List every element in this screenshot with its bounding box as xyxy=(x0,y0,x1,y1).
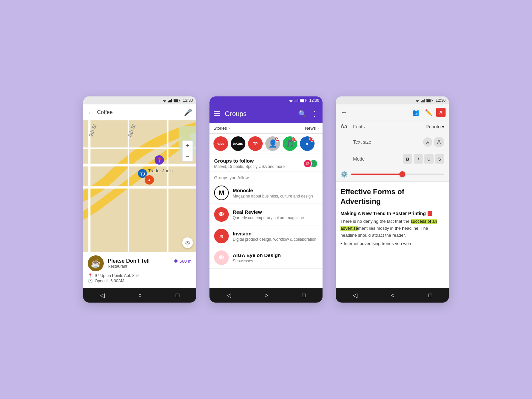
edit-button[interactable]: ✏️ xyxy=(424,107,434,117)
wifi-icon-2 xyxy=(289,99,293,102)
fonts-value[interactable]: Roboto ▾ xyxy=(426,124,444,129)
menu-button[interactable] xyxy=(214,111,220,116)
circle-032c[interactable]: 032c xyxy=(213,136,228,151)
group-item-monocle[interactable]: M Monocle Magazine about business, cultu… xyxy=(209,182,323,204)
stories-link[interactable]: Stories › xyxy=(213,126,230,131)
svg-rect-30 xyxy=(300,99,304,102)
add-person-button[interactable]: 👥 xyxy=(411,107,421,117)
invision-logo: in xyxy=(214,229,229,243)
time-display-1: 12:30 xyxy=(183,98,193,103)
nav-bar-1: ◁ ○ □ xyxy=(83,288,196,303)
svg-rect-7 xyxy=(179,100,180,101)
back-button-reader[interactable]: ← xyxy=(339,107,348,117)
map-controls[interactable]: + − xyxy=(182,140,193,162)
svg-marker-22 xyxy=(174,259,178,263)
underline-mode-button[interactable]: U xyxy=(424,154,434,164)
battery-icon-2 xyxy=(300,99,307,102)
decrease-text-button[interactable]: A xyxy=(423,137,432,147)
recents-nav-icon[interactable]: □ xyxy=(176,292,179,299)
monocle-logo: M xyxy=(214,186,229,200)
signal-icon xyxy=(168,99,172,102)
group-item-invision[interactable]: in Invision Digital product design, work… xyxy=(209,225,323,247)
mode-controls: B I U S xyxy=(403,154,444,164)
increase-text-button[interactable]: A xyxy=(434,137,444,147)
circle-dazed[interactable]: DAZED xyxy=(231,136,245,151)
place-meta: 📍 97 Upton Points Apt. 854 🕐 Open till 6… xyxy=(88,273,192,283)
locate-button[interactable]: ◎ xyxy=(182,237,193,248)
place-info-card: ☕ Please Don't Tell 560 m Restaurant 📍 xyxy=(83,252,196,288)
groups-you-follow-label: Groups you follow xyxy=(209,172,323,182)
back-nav-icon[interactable]: ◁ xyxy=(100,292,105,299)
search-button[interactable]: 🔍 xyxy=(298,110,307,118)
home-nav-icon[interactable]: ○ xyxy=(138,292,142,299)
home-nav-icon-2[interactable]: ○ xyxy=(265,292,268,299)
svg-rect-33 xyxy=(422,100,423,102)
status-icons-2: 12:30 xyxy=(289,98,319,103)
signal-icon-2 xyxy=(295,99,299,102)
subtitle-badge xyxy=(428,211,432,216)
svg-rect-35 xyxy=(424,99,425,102)
stories-news-row: Stories › News › xyxy=(209,123,323,134)
reader-toolbar: ← 👥 ✏️ A xyxy=(336,104,449,120)
svg-rect-8 xyxy=(174,99,178,102)
article-subtitle: Making A New Trend In Poster Printing xyxy=(340,211,444,216)
wifi-icon-3 xyxy=(415,99,420,102)
circle-tp[interactable]: TP xyxy=(248,136,263,151)
status-bar-2: 12:30 xyxy=(209,96,323,104)
groups-to-follow-title: Groups to follow xyxy=(214,158,285,164)
brightness-slider[interactable] xyxy=(351,174,444,175)
phone-groups: 12:30 Groups 🔍 ⋮ Stories › News › 032c D xyxy=(209,96,323,303)
recents-nav-icon-2[interactable]: □ xyxy=(302,292,306,299)
time-display-2: 12:30 xyxy=(309,98,319,103)
time-display-3: 12:30 xyxy=(436,98,446,103)
back-nav-icon-3[interactable]: ◁ xyxy=(353,292,357,299)
status-bar-1: 12:30 xyxy=(83,96,196,104)
monocle-info: Monocle Magazine about business, culture… xyxy=(233,188,313,199)
invision-info: Invision Digital product design, workflo… xyxy=(233,231,316,242)
back-nav-icon-2[interactable]: ◁ xyxy=(226,292,231,299)
place-details: Please Don't Tell 560 m Restaurant xyxy=(108,258,192,269)
aiga-info: AIGA Eye on Design Showcases xyxy=(233,252,281,263)
mode-label: Mode xyxy=(353,156,400,162)
recents-nav-icon-3[interactable]: □ xyxy=(428,292,432,299)
svg-rect-24 xyxy=(295,101,295,102)
home-nav-icon-3[interactable]: ○ xyxy=(391,292,395,299)
circle-bloomberg[interactable]: B +4 xyxy=(300,136,315,151)
dropdown-arrow: ▾ xyxy=(442,124,444,129)
italic-mode-button[interactable]: I xyxy=(414,154,423,164)
groups-to-follow-sub: Marvel, Dribbble, Spotify USA and more xyxy=(214,164,285,169)
map-area: Bryant St Dore St 9th St 8th St Alameda … xyxy=(83,120,196,288)
circle-spotify[interactable]: 🎵 +1 xyxy=(283,136,297,151)
settings-gear-icon[interactable]: ⚙️ xyxy=(340,171,348,178)
groups-to-follow-section: Groups to follow Marvel, Dribbble, Spoti… xyxy=(209,154,323,172)
slider-thumb[interactable] xyxy=(399,171,405,177)
diamond-icon xyxy=(174,259,178,263)
place-distance: 560 m xyxy=(174,259,192,264)
svg-rect-2 xyxy=(168,101,169,102)
strikethrough-mode-button[interactable]: S xyxy=(435,154,444,164)
search-bar[interactable]: ← 🎤 xyxy=(83,104,196,120)
nav-bar-3: ◁ ○ □ xyxy=(336,288,449,303)
nav-bar-2: ◁ ○ □ xyxy=(209,288,323,303)
group-item-aiga[interactable]: 👁 AIGA Eye on Design Showcases xyxy=(209,247,323,269)
search-input[interactable] xyxy=(97,109,181,115)
svg-rect-38 xyxy=(427,99,431,102)
group-item-realreview[interactable]: 👁 Real Review Qarterly contemporary cult… xyxy=(209,204,323,225)
news-link[interactable]: News › xyxy=(305,126,319,131)
circle-person[interactable]: 👤 +4 xyxy=(265,136,280,151)
realreview-logo: 👁 xyxy=(214,207,229,222)
settings-panel: Aa Fonts Roboto ▾ Text size A A Mode B I… xyxy=(336,120,449,182)
aa-label: Aa xyxy=(340,124,350,130)
article-list-item: Internet advertising trends you won xyxy=(340,241,444,246)
fonts-row: Aa Fonts Roboto ▾ xyxy=(336,120,449,133)
more-button[interactable]: ⋮ xyxy=(311,110,318,118)
font-button[interactable]: A xyxy=(436,108,446,117)
bold-mode-button[interactable]: B xyxy=(403,154,412,164)
app-title: Groups xyxy=(225,110,294,118)
zoom-in-button[interactable]: + xyxy=(182,140,193,151)
mic-icon[interactable]: 🎤 xyxy=(184,108,192,116)
back-icon[interactable]: ← xyxy=(87,109,94,116)
svg-rect-3 xyxy=(169,100,170,102)
svg-rect-26 xyxy=(297,100,297,102)
zoom-out-button[interactable]: − xyxy=(182,151,193,162)
